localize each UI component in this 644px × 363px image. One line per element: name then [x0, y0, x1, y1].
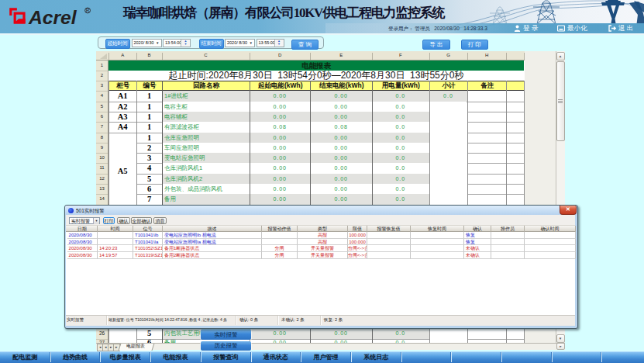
svg-text:Acrel: Acrel [28, 7, 77, 28]
svg-text:R: R [86, 8, 90, 13]
